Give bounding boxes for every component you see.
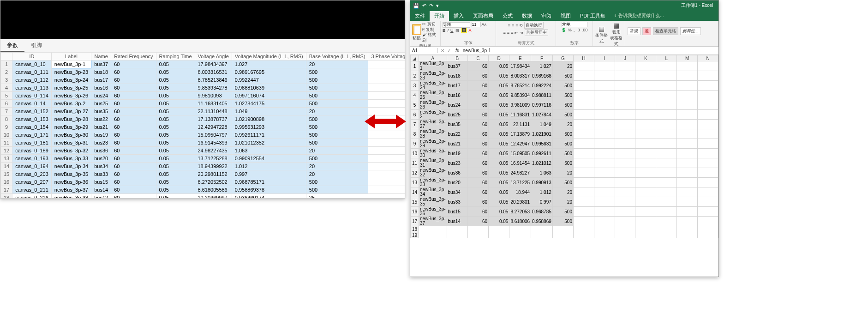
- cell[interactable]: 7: [1, 108, 12, 115]
- excel-cell[interactable]: 0.997: [531, 197, 553, 207]
- cell[interactable]: 60: [111, 170, 156, 178]
- paste-icon[interactable]: [412, 24, 421, 35]
- table-row[interactable]: 1canvas_0_10newBus_3p-1bus37600.0517.984…: [1, 60, 405, 68]
- menu-layout[interactable]: 页面布局: [468, 11, 498, 21]
- row-number[interactable]: 11: [411, 158, 419, 168]
- col-header-M[interactable]: M: [677, 55, 698, 61]
- cell[interactable]: 16: [1, 178, 12, 186]
- fill-color-button[interactable]: 🅰: [461, 28, 467, 33]
- cell[interactable]: canvas_0_207: [12, 178, 52, 186]
- cell[interactable]: 12: [1, 147, 12, 155]
- cell[interactable]: 0.05: [156, 68, 195, 76]
- excel-cell[interactable]: newBus_3p-36: [419, 207, 447, 217]
- col-header-D[interactable]: D: [489, 55, 509, 61]
- cell[interactable]: 0.995631293: [232, 123, 306, 131]
- cell[interactable]: [368, 170, 405, 178]
- excel-cell[interactable]: [698, 81, 718, 91]
- excel-cell[interactable]: [656, 61, 677, 71]
- cell[interactable]: [368, 92, 405, 100]
- excel-cell[interactable]: [574, 91, 594, 100]
- excel-cell[interactable]: bus18: [447, 71, 468, 81]
- excel-cell[interactable]: [615, 71, 635, 81]
- excel-cell[interactable]: bus21: [447, 139, 468, 149]
- cell[interactable]: bus21: [91, 123, 111, 131]
- col-header-F[interactable]: F: [531, 55, 553, 61]
- cell[interactable]: 0.05: [156, 123, 195, 131]
- excel-cell[interactable]: 0.05: [489, 168, 509, 178]
- excel-row[interactable]: 3newBus_3p-24bus17600.058.7852140.992224…: [411, 81, 718, 91]
- excel-cell[interactable]: [698, 217, 718, 226]
- cell[interactable]: bus17: [91, 76, 111, 84]
- excel-cell[interactable]: [574, 158, 594, 168]
- excel-row[interactable]: 19: [411, 232, 718, 238]
- cell[interactable]: 14: [1, 163, 12, 170]
- excel-cell[interactable]: [635, 139, 656, 149]
- excel-cell[interactable]: [615, 81, 635, 91]
- excel-cell[interactable]: [489, 232, 509, 238]
- row-number[interactable]: 13: [411, 178, 419, 187]
- row-number[interactable]: 14: [411, 187, 419, 197]
- cell[interactable]: 8.618005586: [195, 186, 232, 194]
- table-row[interactable]: 14canvas_0_194newBus_3p-34bus34600.0518.…: [1, 163, 405, 170]
- cell[interactable]: 1.012: [232, 163, 306, 170]
- excel-cell[interactable]: [489, 226, 509, 232]
- excel-cell[interactable]: 60: [468, 120, 489, 129]
- excel-cell[interactable]: bus19: [447, 149, 468, 158]
- row-number[interactable]: 9: [411, 139, 419, 149]
- cell[interactable]: canvas_0_189: [12, 147, 52, 155]
- excel-cell[interactable]: [677, 81, 698, 91]
- excel-cell[interactable]: [677, 217, 698, 226]
- excel-cell[interactable]: [574, 149, 594, 158]
- excel-cell[interactable]: [635, 61, 656, 71]
- excel-cell[interactable]: bus16: [447, 91, 468, 100]
- cell[interactable]: newBus_3p-25: [51, 84, 91, 92]
- excel-cell[interactable]: [594, 139, 615, 149]
- hdr-volt-angle[interactable]: Voltage Angle: [195, 53, 232, 60]
- excel-cell[interactable]: 500: [552, 81, 573, 91]
- cell[interactable]: 11.16831405: [195, 100, 232, 108]
- cell[interactable]: bus20: [91, 155, 111, 163]
- excel-cell[interactable]: [635, 100, 656, 110]
- excel-cell[interactable]: 0.990913: [531, 178, 553, 187]
- excel-cell[interactable]: 20: [552, 61, 573, 71]
- excel-cell[interactable]: 1.027: [531, 61, 553, 71]
- cell[interactable]: 60: [111, 186, 156, 194]
- excel-cell[interactable]: [698, 71, 718, 81]
- excel-cell[interactable]: bus24: [447, 100, 468, 110]
- cell[interactable]: 5: [1, 92, 12, 100]
- excel-cell[interactable]: [677, 120, 698, 129]
- table-row[interactable]: 5canvas_0_114newBus_3p-26bus24600.059.98…: [1, 92, 405, 100]
- excel-cell[interactable]: [635, 178, 656, 187]
- cell[interactable]: 60: [111, 92, 156, 100]
- excel-cell[interactable]: [468, 232, 489, 238]
- excel-cell[interactable]: 0.05: [489, 61, 509, 71]
- excel-cell[interactable]: [594, 71, 615, 81]
- excel-cell[interactable]: bus17: [447, 81, 468, 91]
- excel-row[interactable]: 13newBus_3p-33bus20600.0513.712250.99091…: [411, 178, 718, 187]
- excel-cell[interactable]: [574, 81, 594, 91]
- cell[interactable]: 500: [306, 186, 368, 194]
- cell[interactable]: 500: [306, 76, 368, 84]
- excel-cell[interactable]: [594, 120, 615, 129]
- cell[interactable]: 1.027: [232, 60, 306, 68]
- cell[interactable]: 0.05: [156, 76, 195, 84]
- hdr-label[interactable]: Label: [51, 53, 91, 60]
- excel-cell[interactable]: [677, 168, 698, 178]
- cell[interactable]: 60: [111, 115, 156, 123]
- cell[interactable]: newBus_3p-37: [51, 186, 91, 194]
- row-number[interactable]: 1: [411, 61, 419, 71]
- excel-cell[interactable]: 500: [552, 91, 573, 100]
- excel-cell[interactable]: 18.944: [509, 187, 531, 197]
- excel-cell[interactable]: 0.958869: [531, 217, 553, 226]
- excel-cell[interactable]: 1.021901: [531, 129, 553, 139]
- excel-cell[interactable]: [574, 100, 594, 110]
- cell[interactable]: newBus_3p-38: [51, 194, 91, 199]
- excel-cell[interactable]: [656, 187, 677, 197]
- cell[interactable]: canvas_0_111: [12, 68, 52, 76]
- dec-dec-icon[interactable]: .00: [582, 28, 588, 32]
- cell[interactable]: 0.997: [232, 170, 306, 178]
- copy-button[interactable]: ⎘ 复制: [422, 27, 438, 33]
- menu-view[interactable]: 视图: [556, 11, 575, 21]
- font-shrink-icon[interactable]: A: [485, 23, 487, 26]
- excel-cell[interactable]: 12.42947: [509, 139, 531, 149]
